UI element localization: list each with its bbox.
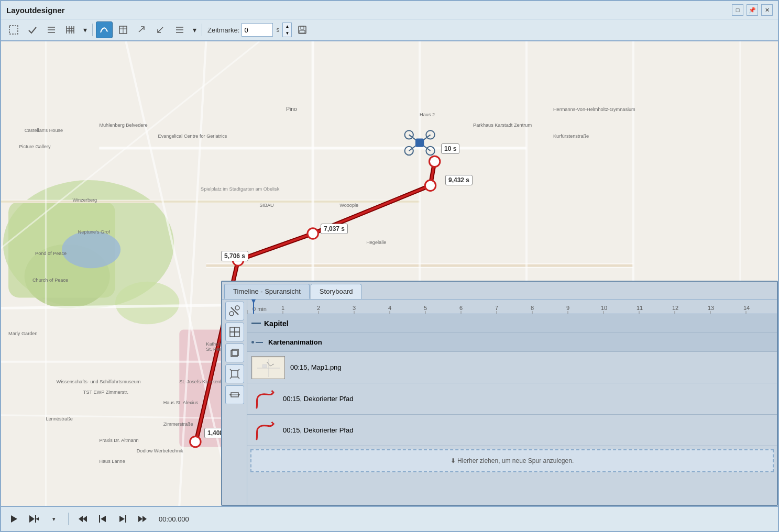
svg-point-75 <box>235 306 239 310</box>
svg-line-83 <box>230 369 232 371</box>
svg-text:3: 3 <box>353 305 356 311</box>
svg-text:Castellan's House: Castellan's House <box>25 128 63 133</box>
list-tool-button[interactable] <box>171 21 188 38</box>
zeitmarke-group: s ▲ ▼ <box>242 23 292 37</box>
tab-timeline[interactable]: Timeline - Spuransicht <box>224 284 310 299</box>
svg-text:Haus St. Alexius: Haus St. Alexius <box>163 400 199 405</box>
maximize-button[interactable]: □ <box>732 4 743 16</box>
playback-bar: ▾ 00:00.000 <box>1 506 778 531</box>
resize-button[interactable] <box>225 385 244 404</box>
next-frame-button[interactable] <box>115 511 130 527</box>
rewind-button[interactable] <box>75 511 91 527</box>
svg-marker-139 <box>119 516 125 522</box>
grid-dropdown-button[interactable]: ▾ <box>81 21 89 38</box>
cut-tool-button[interactable] <box>225 302 244 320</box>
svg-rect-77 <box>235 327 239 332</box>
toolbar: ▾ <box>1 19 778 41</box>
waypoint-marker-3: 7,037 s <box>321 224 348 234</box>
svg-text:12: 12 <box>672 305 678 311</box>
svg-marker-135 <box>79 516 83 522</box>
time-ruler: 0 min 1 2 3 4 <box>247 300 777 314</box>
svg-line-14 <box>158 27 163 32</box>
svg-marker-90 <box>238 394 240 396</box>
svg-line-84 <box>238 369 239 371</box>
svg-text:5: 5 <box>424 305 427 311</box>
svg-text:10: 10 <box>601 305 607 311</box>
step-dropdown-button[interactable]: ▾ <box>46 511 62 527</box>
zeitmarke-spinner: ▲ ▼ <box>282 23 292 37</box>
svg-line-13 <box>139 27 144 32</box>
table-tool-button[interactable] <box>115 21 131 38</box>
svg-line-85 <box>230 377 232 379</box>
draw-tool-button[interactable] <box>96 21 113 38</box>
svg-rect-79 <box>235 332 239 337</box>
add-track-button[interactable] <box>225 323 244 341</box>
zeitmarke-input[interactable] <box>242 23 273 37</box>
map1-label: 00:15, Map1.png <box>290 363 342 371</box>
drop-zone[interactable]: ⬇ Hierher ziehen, um neue Spur anzulegen… <box>250 449 774 472</box>
svg-rect-20 <box>300 30 305 33</box>
svg-rect-76 <box>230 327 235 332</box>
content-area: Castellan's House Picture Gallery Mühlen… <box>1 41 778 506</box>
list-dropdown-button[interactable]: ▾ <box>190 21 199 38</box>
select-tool-button[interactable] <box>5 21 22 38</box>
waypoint-marker-2: 9,432 s <box>445 175 473 185</box>
zeitmarke-up-button[interactable]: ▲ <box>283 23 291 30</box>
close-button[interactable]: ✕ <box>761 4 773 16</box>
transform-button[interactable] <box>225 364 244 383</box>
svg-text:Evangelical Centre for Geriatr: Evangelical Centre for Geriatrics <box>158 134 227 139</box>
svg-marker-131 <box>29 515 35 523</box>
play-button[interactable] <box>6 511 22 527</box>
svg-text:8: 8 <box>531 305 534 311</box>
timeline-sidebar <box>222 300 247 505</box>
step-play-button[interactable] <box>26 511 42 527</box>
svg-point-30 <box>429 156 440 167</box>
map1-track[interactable]: 00:15, Map1.png <box>247 352 777 383</box>
pfad1-track[interactable]: 00:15, Dekorierter Pfad <box>247 383 777 415</box>
pin-button[interactable]: 📌 <box>747 4 758 16</box>
prev-frame-button[interactable] <box>95 511 111 527</box>
svg-text:Lennéstraße: Lennéstraße <box>46 416 72 422</box>
save-button[interactable] <box>294 21 311 38</box>
playback-sep-1 <box>68 513 69 525</box>
svg-text:Pino: Pino <box>286 106 297 112</box>
arrow2-tool-button[interactable] <box>152 21 169 38</box>
svg-text:13: 13 <box>708 305 714 311</box>
grid-tool-button[interactable] <box>62 21 79 38</box>
svg-text:Wooopie: Wooopie <box>339 203 358 208</box>
svg-text:6: 6 <box>459 305 463 311</box>
svg-text:Neptune's Grof: Neptune's Grof <box>78 229 111 235</box>
svg-text:Church of Peace: Church of Peace <box>32 278 68 283</box>
kartenanimation-icon <box>251 341 263 343</box>
kartenanimation-track[interactable]: Kartenanimation <box>247 333 777 352</box>
svg-marker-137 <box>101 516 106 522</box>
kartenanimation-label: Kartenanimation <box>268 338 322 346</box>
svg-point-26 <box>62 231 120 268</box>
svg-text:14: 14 <box>743 305 750 311</box>
timeline-tabs: Timeline - Spuransicht Storyboard <box>222 282 777 300</box>
svg-text:11: 11 <box>637 305 643 311</box>
lines-tool-button[interactable] <box>43 21 60 38</box>
kapitel-label: Kapitel <box>264 319 289 328</box>
svg-text:Picture Gallery: Picture Gallery <box>19 144 50 149</box>
map1-thumbnail <box>251 356 285 379</box>
check-tool-button[interactable] <box>24 21 41 38</box>
pfad2-icon <box>251 418 279 442</box>
svg-text:9: 9 <box>566 305 569 311</box>
zeitmarke-down-button[interactable]: ▼ <box>283 30 291 37</box>
kapitel-track[interactable]: Kapitel <box>247 314 777 333</box>
tab-storyboard[interactable]: Storyboard <box>311 284 362 299</box>
svg-text:2: 2 <box>317 305 320 311</box>
fast-forward-button[interactable] <box>135 511 150 527</box>
title-bar: Layoutdesigner □ 📌 ✕ <box>1 1 778 19</box>
svg-line-86 <box>238 377 239 379</box>
svg-text:Parkhaus Karstadt Zentrum: Parkhaus Karstadt Zentrum <box>473 123 532 128</box>
arrow1-tool-button[interactable] <box>134 21 150 38</box>
time-display: 00:00.000 <box>159 515 189 523</box>
pfad2-track[interactable]: 00:15, Dekorierter Pfad <box>247 415 777 446</box>
track-list: Kapitel Kartenanimation <box>247 314 777 505</box>
duplicate-track-button[interactable] <box>225 343 244 362</box>
timeline-main: 0 min 1 2 3 4 <box>247 300 777 505</box>
svg-text:Pond of Peace: Pond of Peace <box>35 251 67 256</box>
zeitmarke-unit: s <box>275 26 280 34</box>
